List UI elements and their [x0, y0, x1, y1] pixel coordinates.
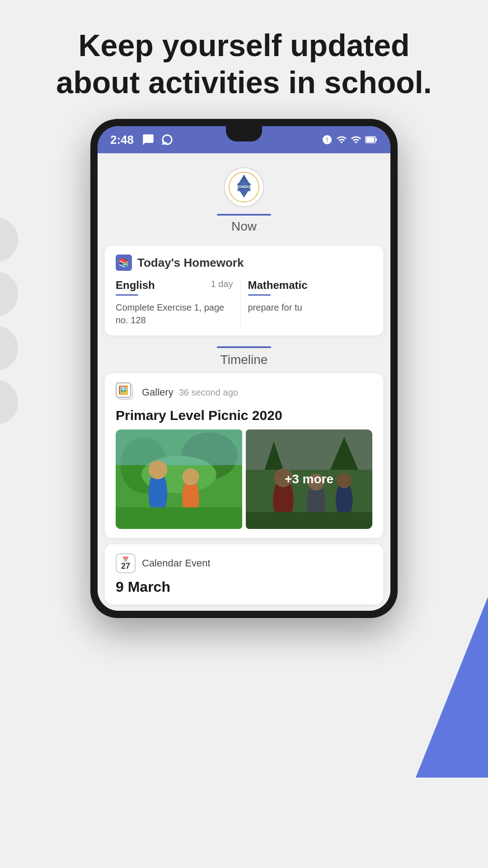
signal-icon [351, 134, 361, 145]
subjects-row: English 1 day Complete Exercise 1, page … [116, 279, 372, 326]
svg-point-21 [149, 461, 167, 479]
svg-rect-24 [116, 507, 242, 529]
photo-grid: +3 more [116, 429, 372, 529]
english-subject-name: English [116, 279, 155, 292]
english-underline [116, 294, 138, 296]
phone-frame: 2:48 [90, 119, 398, 618]
school-header: SCHOOL Now [98, 153, 390, 241]
photo-scene-1 [116, 429, 242, 529]
status-left: 2:48 [110, 133, 174, 147]
svg-point-23 [182, 468, 199, 485]
calendar-event-card[interactable]: 📅 27 Calendar Event 9 March [105, 544, 383, 604]
homework-card: 📚 Today's Homework English 1 day Complet… [105, 245, 383, 335]
calendar-date: 9 March [116, 579, 372, 595]
background-triangle [416, 597, 488, 778]
status-time: 2:48 [110, 133, 134, 147]
math-subject: Mathematic prepare for tu [240, 279, 373, 326]
gallery-title: Primary Level Picnic 2020 [116, 408, 372, 423]
calendar-icon: 📅 27 [116, 553, 136, 573]
timeline-label[interactable]: Timeline [221, 353, 268, 367]
calendar-card-header: 📅 27 Calendar Event [116, 553, 372, 573]
svg-text:SCHOOL: SCHOOL [235, 184, 253, 189]
svg-rect-2 [375, 138, 377, 141]
gallery-time: 36 second ago [179, 387, 238, 398]
homework-icon: 📚 [116, 255, 132, 271]
calendar-meta: Calendar Event [142, 557, 211, 569]
school-logo-image: SCHOOL [228, 171, 260, 203]
now-tab-label[interactable]: Now [231, 219, 257, 234]
page-heading: Keep yourself updated about activities i… [0, 0, 488, 119]
photo-2[interactable]: +3 more [246, 429, 372, 529]
message-icon [142, 133, 155, 146]
alarm-icon [322, 134, 333, 145]
gallery-meta: Gallery 36 second ago [142, 387, 238, 398]
calendar-type: Calendar Event [142, 557, 211, 569]
math-task: prepare for tu [248, 302, 302, 312]
phone-notch [226, 126, 262, 142]
svg-rect-19 [116, 429, 242, 465]
english-days: 1 day [211, 279, 233, 289]
status-icons-left [142, 133, 174, 146]
gallery-card-header: 🖼️ Gallery 36 second ago [116, 382, 372, 402]
wifi-icon [336, 134, 347, 145]
homework-title: Today's Homework [137, 256, 244, 270]
gallery-icon: 🖼️ [116, 382, 136, 402]
math-underline [248, 294, 271, 296]
gallery-type: Gallery [142, 387, 174, 398]
math-subject-name: Mathematic [248, 279, 308, 292]
whatsapp-icon [161, 133, 174, 146]
app-content: SCHOOL Now 📚 Today's Homework [98, 153, 390, 604]
english-task: Complete Exercise 1, page no. 128 [116, 302, 224, 325]
more-overlay: +3 more [246, 429, 372, 529]
gallery-timeline-card[interactable]: 🖼️ Gallery 36 second ago Primary Level P… [105, 373, 383, 538]
status-right [322, 134, 378, 145]
photo-1[interactable] [116, 429, 242, 529]
now-tab-indicator [217, 214, 271, 216]
phone-screen: 2:48 [98, 126, 390, 611]
page-title: Keep yourself updated about activities i… [36, 27, 452, 101]
svg-rect-1 [366, 137, 375, 142]
timeline-tab-indicator [217, 346, 271, 348]
calendar-icon-number: 27 [121, 562, 130, 570]
english-subject: English 1 day Complete Exercise 1, page … [116, 279, 240, 326]
status-bar: 2:48 [98, 126, 390, 153]
school-logo: SCHOOL [224, 167, 264, 208]
more-count-text: +3 more [285, 472, 333, 486]
battery-icon [365, 134, 378, 145]
homework-card-header: 📚 Today's Homework [116, 255, 372, 271]
phone-mockup: 2:48 [0, 119, 488, 618]
timeline-section: Timeline [98, 346, 390, 373]
